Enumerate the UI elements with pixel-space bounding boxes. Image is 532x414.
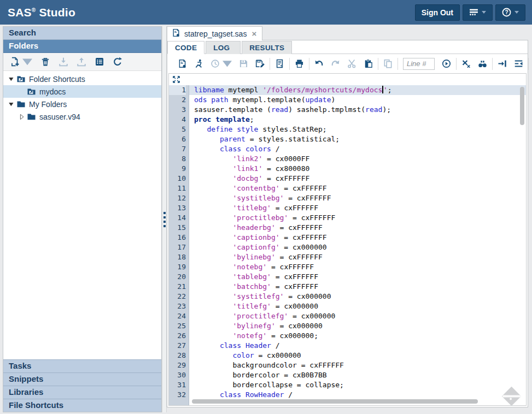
- goto-line-button[interactable]: [442, 59, 451, 68]
- splitter-handle[interactable]: [163, 212, 166, 227]
- program-summary-button[interactable]: [275, 59, 284, 68]
- code-line: proc template;: [194, 115, 526, 125]
- print-icon: [295, 59, 304, 68]
- properties-button[interactable]: [95, 57, 104, 67]
- line-number: 19: [169, 262, 186, 272]
- delete-button[interactable]: [40, 57, 50, 67]
- code-line: 'proctitlebg' = cxFFFFFF: [194, 213, 526, 223]
- caret-expanded-icon[interactable]: [8, 100, 15, 108]
- section-tasks[interactable]: Tasks: [3, 359, 161, 372]
- section-folders[interactable]: Folders: [3, 40, 161, 53]
- line-number: 5: [169, 125, 186, 134]
- line-number: 16: [169, 233, 186, 243]
- tree-item-label: mydocs: [39, 87, 66, 96]
- tree-item-label: My Folders: [29, 100, 67, 109]
- print-button[interactable]: [295, 59, 304, 68]
- save-as-button[interactable]: [255, 59, 265, 68]
- code-line: sasuser.template (read) sashelp.tmplmst(…: [194, 105, 526, 115]
- svg-text:?: ?: [505, 9, 508, 15]
- new-item-icon: [10, 57, 20, 67]
- folders-toolbar: [3, 53, 161, 71]
- undo-button[interactable]: [314, 59, 324, 68]
- tree-item-my-folders[interactable]: My Folders: [3, 98, 161, 110]
- paste-button[interactable]: [364, 59, 373, 68]
- sas-program-icon: [172, 28, 180, 39]
- app-menu-button[interactable]: [463, 4, 493, 21]
- close-icon[interactable]: ×: [252, 29, 256, 38]
- pane-splitter[interactable]: [162, 26, 167, 412]
- section-search[interactable]: Search: [3, 27, 161, 40]
- code-line: 'captionbg' = cxFFFFFF: [194, 233, 526, 243]
- clear-code-icon: [461, 59, 471, 68]
- format-code-icon: [514, 59, 523, 68]
- tree-item-folder-shortcuts[interactable]: Folder Shortcuts: [3, 73, 161, 85]
- code-line: 'notebg' = cxFFFFFF: [194, 262, 526, 272]
- section-file-shortcuts[interactable]: File Shortcuts: [3, 399, 161, 412]
- new-item-button[interactable]: [10, 57, 32, 67]
- code-line: bordercolor = cxB0B7BB: [194, 370, 526, 380]
- code-line: libname mytempl '/folders/myshortcuts/my…: [189, 85, 526, 95]
- line-number: 7: [169, 144, 186, 154]
- run-button[interactable]: [194, 59, 203, 68]
- horizontal-scrollbar[interactable]: [192, 399, 478, 404]
- help-icon: ?: [502, 8, 511, 17]
- navigation-pane: Search Folders Folder ShortcutsmydocsMy …: [3, 26, 162, 412]
- find-replace-button[interactable]: [478, 59, 487, 68]
- line-number: 18: [169, 252, 186, 262]
- expand-icon: [172, 75, 180, 84]
- code-line: 'titlebg' = cxFFFFFF: [194, 203, 526, 213]
- help-button[interactable]: ?: [495, 4, 525, 21]
- tab-results[interactable]: RESULTS: [242, 41, 292, 54]
- code-line: class colors /: [194, 144, 526, 154]
- autocomplete-button[interactable]: [498, 59, 507, 68]
- format-code-button[interactable]: [514, 59, 523, 68]
- tab-log[interactable]: LOG: [206, 41, 241, 54]
- caret-collapsed-icon[interactable]: [18, 113, 26, 121]
- vertical-scrollbar[interactable]: [520, 87, 524, 125]
- folder-shortcut-icon: [27, 87, 36, 96]
- tree-item-mydocs[interactable]: mydocs: [3, 85, 161, 98]
- cut-button: [347, 59, 356, 68]
- line-number: 21: [169, 282, 186, 292]
- top-bar: SAS® Studio Sign Out ?: [0, 0, 532, 25]
- code-line: 'systitlefg' = cx000000: [194, 292, 526, 301]
- tree-item-sasuser-v94[interactable]: sasuser.v94: [3, 110, 161, 123]
- refresh-button[interactable]: [113, 57, 122, 67]
- code-line: class Header /: [194, 341, 526, 351]
- line-number: 15: [169, 223, 186, 233]
- tab-code[interactable]: CODE: [167, 41, 204, 54]
- line-number: 12: [169, 193, 186, 203]
- goto-line-input[interactable]: [403, 58, 435, 70]
- code-line: 'titlefg' = cx000000: [194, 301, 526, 311]
- chevron-down-icon: [515, 11, 519, 14]
- new-program-button[interactable]: [178, 59, 187, 68]
- code-line: 'link1' = cx800080: [194, 164, 526, 174]
- line-number: 26: [169, 331, 186, 341]
- tree-item-label: Folder Shortcuts: [29, 75, 85, 84]
- tab-statrep-tagset[interactable]: statrep_tagset.sas ×: [167, 26, 262, 40]
- code-line: 'link2' = cx0000FF: [194, 154, 526, 164]
- line-number: 8: [169, 154, 186, 164]
- line-number: 29: [169, 360, 186, 370]
- goto-line-icon: [442, 59, 451, 68]
- section-snippets[interactable]: Snippets: [3, 372, 161, 386]
- section-libraries[interactable]: Libraries: [3, 386, 161, 399]
- maximize-view-button[interactable]: [172, 75, 526, 84]
- cut-icon: [347, 59, 356, 68]
- refresh-icon: [113, 57, 122, 67]
- code-text[interactable]: libname mytempl '/folders/myshortcuts/my…: [189, 85, 526, 405]
- delete-icon: [40, 57, 50, 67]
- line-number: 32: [169, 390, 186, 400]
- caret-expanded-icon[interactable]: [8, 75, 15, 83]
- sign-out-button[interactable]: Sign Out: [415, 4, 460, 21]
- tree-item-label: sasuser.v94: [39, 113, 80, 121]
- clear-code-button[interactable]: [461, 59, 471, 68]
- code-line: 'proctitlefg' = cx000000: [194, 311, 526, 321]
- code-line: 'systitlebg' = cxFFFFFF: [194, 193, 526, 203]
- editor-header: [169, 74, 526, 85]
- new-program-icon: [178, 59, 187, 68]
- editor-toolbar: [167, 54, 528, 73]
- code-line: 'tablebg' = cxFFFFFF: [194, 272, 526, 282]
- code-line: 'bylinefg' = cx000000: [194, 321, 526, 331]
- program-panel: CODE LOG RESULTS 12345678910111213141516…: [167, 40, 528, 407]
